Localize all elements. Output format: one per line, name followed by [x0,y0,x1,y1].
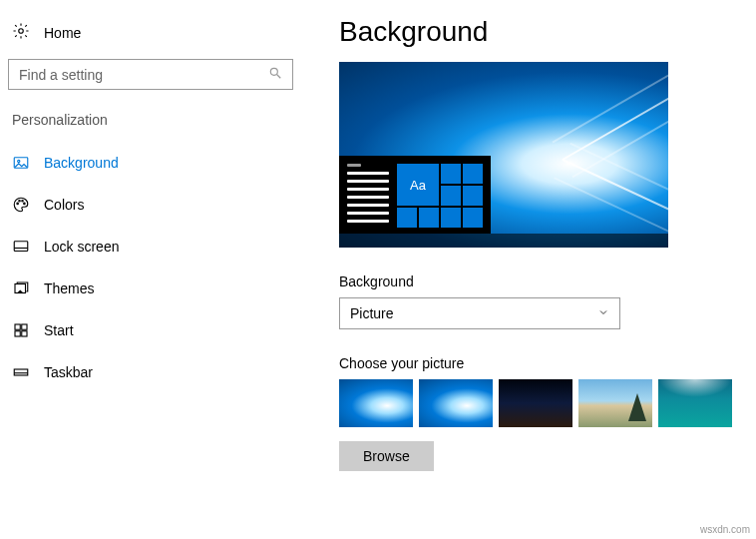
chevron-down-icon [597,305,609,321]
sidebar-item-themes[interactable]: Themes [8,268,291,309]
picture-thumbnails [339,379,740,427]
sidebar-item-label: Themes [44,280,95,296]
sidebar-item-lockscreen[interactable]: Lock screen [8,226,291,268]
svg-rect-16 [14,369,28,375]
taskbar-icon [12,363,30,381]
sidebar-item-label: Taskbar [44,364,93,380]
svg-rect-13 [22,324,27,329]
sidebar-item-colors[interactable]: Colors [8,184,291,226]
palette-icon [12,196,30,214]
picture-thumb-1[interactable] [339,379,413,427]
svg-point-5 [17,203,19,205]
search-icon [268,66,282,83]
themes-icon [12,279,30,297]
picture-thumb-3[interactable] [499,379,572,427]
search-input[interactable] [19,67,268,83]
svg-point-7 [22,201,24,203]
picture-thumb-5[interactable] [658,379,732,427]
preview-taskbar [339,234,668,248]
sidebar-item-label: Lock screen [44,239,119,255]
gear-icon [12,22,30,43]
svg-rect-15 [22,331,27,336]
picture-thumb-2[interactable] [419,379,493,427]
preview-tile-aa: Aa [397,164,439,206]
svg-point-1 [270,68,277,75]
search-box[interactable] [8,59,293,90]
svg-rect-11 [15,284,26,293]
page-title: Background [339,16,740,48]
preview-start-menu: Aa [339,156,491,234]
svg-point-8 [24,203,26,205]
sidebar-item-start[interactable]: Start [8,309,291,351]
watermark: wsxdn.com [700,524,750,535]
start-icon [12,321,30,339]
svg-rect-14 [15,331,20,336]
picture-icon [12,154,30,172]
home-label: Home [44,25,81,41]
svg-line-2 [277,75,281,79]
svg-rect-12 [15,324,20,329]
sidebar-item-label: Colors [44,197,84,213]
svg-rect-9 [14,242,28,252]
background-dropdown-value: Picture [350,305,394,321]
svg-point-6 [19,201,21,203]
browse-button[interactable]: Browse [339,441,434,471]
sidebar-item-background[interactable]: Background [8,142,291,184]
background-preview: Aa [339,62,668,248]
picture-thumb-4[interactable] [578,379,652,427]
background-dropdown[interactable]: Picture [339,297,620,329]
sidebar-item-label: Start [44,322,74,338]
home-nav[interactable]: Home [8,16,291,55]
sidebar-item-label: Background [44,155,119,171]
category-header: Personalization [8,112,291,142]
choose-picture-label: Choose your picture [339,355,740,371]
background-dropdown-label: Background [339,273,740,289]
lockscreen-icon [12,238,30,256]
svg-point-4 [18,160,20,162]
svg-point-0 [19,29,24,34]
sidebar-item-taskbar[interactable]: Taskbar [8,351,291,393]
